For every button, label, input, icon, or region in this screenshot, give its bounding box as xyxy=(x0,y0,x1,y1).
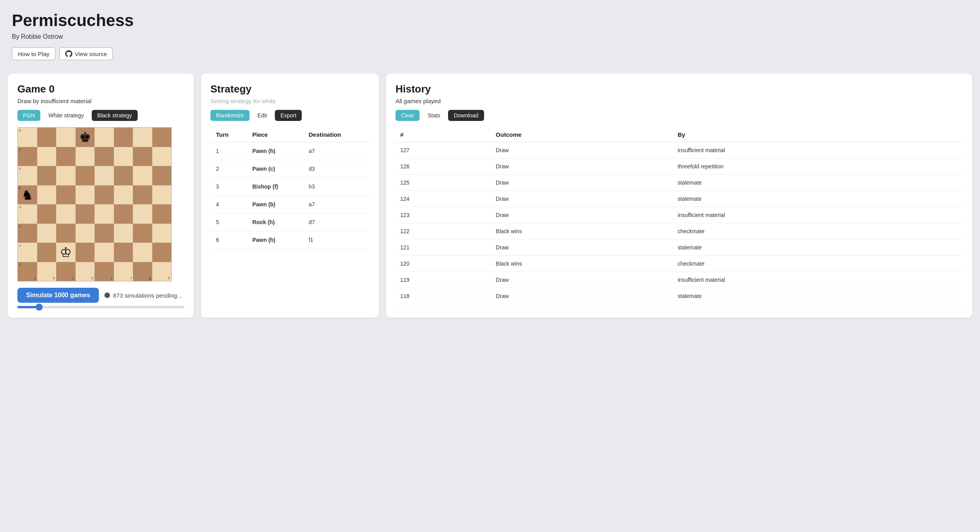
chess-cell[interactable]: 7 xyxy=(18,147,37,166)
chess-cell[interactable] xyxy=(76,147,95,166)
chess-cell[interactable] xyxy=(76,204,95,224)
chess-cell[interactable]: 5♞ xyxy=(18,185,37,205)
chess-cell[interactable] xyxy=(152,204,172,224)
chess-cell[interactable] xyxy=(56,185,76,205)
chess-cell[interactable] xyxy=(152,224,172,243)
chess-cell[interactable] xyxy=(37,224,57,243)
tab-white-strategy[interactable]: White strategy xyxy=(43,110,89,121)
chess-cell[interactable] xyxy=(133,185,152,205)
chess-cell[interactable] xyxy=(56,166,76,185)
how-to-play-button[interactable]: How to Play xyxy=(12,47,55,60)
chess-cell[interactable] xyxy=(37,128,57,147)
chess-cell[interactable] xyxy=(76,166,95,185)
chess-cell[interactable]: ♚ xyxy=(76,128,95,147)
chess-cell[interactable] xyxy=(114,243,133,262)
strategy-tbody: 1 Pawn (h) a7 2 Pawn (c) d3 3 Bishop (f)… xyxy=(210,142,369,249)
chess-cell[interactable] xyxy=(95,147,114,166)
chess-cell[interactable] xyxy=(152,243,172,262)
chess-cell[interactable]: h xyxy=(152,262,172,281)
tab-randomize[interactable]: Randomize xyxy=(210,110,250,121)
chess-cell[interactable] xyxy=(114,204,133,224)
strategy-row: 2 Pawn (c) d3 xyxy=(210,160,369,178)
chess-cell[interactable] xyxy=(95,243,114,262)
chess-cell[interactable] xyxy=(76,185,95,205)
history-outcome: Draw xyxy=(491,288,673,304)
chess-cell[interactable] xyxy=(95,166,114,185)
history-row: 124 Draw stalemate xyxy=(395,191,963,207)
strategy-piece: Pawn (b) xyxy=(247,196,303,213)
chess-cell[interactable]: 4 xyxy=(18,204,37,224)
chess-cell[interactable] xyxy=(152,166,172,185)
history-num: 126 xyxy=(395,158,491,175)
chess-cell[interactable] xyxy=(56,204,76,224)
chess-piece[interactable]: ♔ xyxy=(60,245,72,259)
chess-cell[interactable] xyxy=(76,224,95,243)
tab-pgn[interactable]: PGN xyxy=(17,110,40,121)
chess-cell[interactable]: 2 xyxy=(18,243,37,262)
chess-cell[interactable] xyxy=(133,147,152,166)
chess-cell[interactable]: c xyxy=(56,262,76,281)
chess-cell[interactable]: d xyxy=(76,262,95,281)
chess-board: 8♚765♞432♔1abcdefgh xyxy=(17,127,172,281)
progress-handle[interactable] xyxy=(36,304,43,311)
chess-cell[interactable]: e xyxy=(95,262,114,281)
rank-label: 2 xyxy=(19,243,21,247)
tab-stats[interactable]: Stats xyxy=(422,110,446,121)
chess-cell[interactable] xyxy=(95,224,114,243)
chess-cell[interactable] xyxy=(76,243,95,262)
chess-cell[interactable] xyxy=(133,243,152,262)
chess-cell[interactable] xyxy=(152,128,172,147)
history-table: # Outcome By 127 Draw insufficient mater… xyxy=(395,127,963,304)
game-subtitle: Draw by insufficient material xyxy=(17,98,184,104)
tab-clear[interactable]: Clear xyxy=(395,110,420,121)
game-card: Game 0 Draw by insufficient material PGN… xyxy=(8,74,194,318)
progress-bar-container[interactable] xyxy=(17,306,184,308)
chess-cell[interactable] xyxy=(56,128,76,147)
chess-cell[interactable] xyxy=(114,128,133,147)
tab-edit[interactable]: Edit xyxy=(252,110,272,121)
chess-cell[interactable] xyxy=(133,166,152,185)
chess-cell[interactable]: 6 xyxy=(18,166,37,185)
chess-cell[interactable] xyxy=(37,204,57,224)
history-col-num: # xyxy=(395,127,491,142)
chess-cell[interactable]: 8 xyxy=(18,128,37,147)
chess-cell[interactable] xyxy=(114,185,133,205)
chess-cell[interactable]: 1a xyxy=(18,262,37,281)
chess-cell[interactable] xyxy=(114,147,133,166)
chess-cell[interactable] xyxy=(37,243,57,262)
chess-cell[interactable] xyxy=(56,224,76,243)
chess-cell[interactable] xyxy=(152,185,172,205)
strategy-row: 5 Rook (h) d7 xyxy=(210,213,369,231)
chess-cell[interactable]: f xyxy=(114,262,133,281)
chess-cell[interactable] xyxy=(95,204,114,224)
chess-cell[interactable]: g xyxy=(133,262,152,281)
chess-piece[interactable]: ♚ xyxy=(79,130,91,144)
strategy-row: 3 Bishop (f) h3 xyxy=(210,178,369,196)
chess-cell[interactable] xyxy=(37,147,57,166)
chess-cell[interactable] xyxy=(133,224,152,243)
history-by: insufficient material xyxy=(673,207,963,223)
chess-cell[interactable] xyxy=(152,147,172,166)
chess-piece[interactable]: ♞ xyxy=(21,188,33,202)
chess-cell[interactable] xyxy=(95,128,114,147)
chess-cell[interactable] xyxy=(114,166,133,185)
chess-cell[interactable] xyxy=(133,128,152,147)
chess-cell[interactable]: 3 xyxy=(18,224,37,243)
chess-cell[interactable] xyxy=(37,185,57,205)
tab-export[interactable]: Export xyxy=(275,110,302,121)
history-by: checkmate xyxy=(673,223,963,240)
tab-black-strategy[interactable]: Black strategy xyxy=(92,110,138,121)
chess-cell[interactable]: ♔ xyxy=(56,243,76,262)
tab-download[interactable]: Download xyxy=(448,110,484,121)
history-row: 125 Draw stalemate xyxy=(395,175,963,191)
view-source-button[interactable]: View source xyxy=(59,47,113,60)
chess-cell[interactable] xyxy=(114,224,133,243)
rank-label: 5 xyxy=(19,186,21,190)
chess-cell[interactable] xyxy=(95,185,114,205)
history-outcome: Draw xyxy=(491,142,673,158)
chess-cell[interactable] xyxy=(56,147,76,166)
chess-cell[interactable]: b xyxy=(37,262,57,281)
chess-cell[interactable] xyxy=(133,204,152,224)
simulate-button[interactable]: Simulate 1000 games xyxy=(17,288,99,303)
chess-cell[interactable] xyxy=(37,166,57,185)
